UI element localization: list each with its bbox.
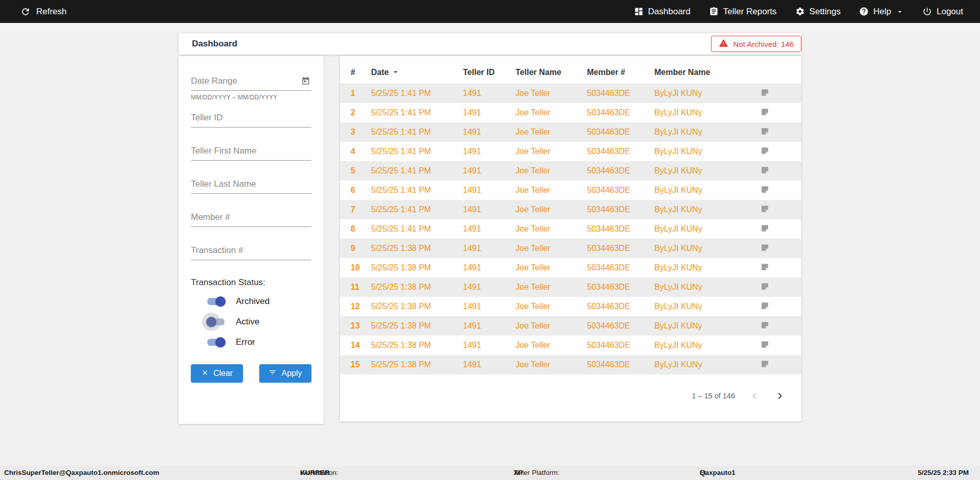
teller-first-name-input[interactable] bbox=[191, 141, 311, 161]
table-row[interactable]: 10 5/25/25 1:38 PM 1491 Joe Teller 50344… bbox=[340, 258, 801, 277]
note-icon bbox=[760, 262, 770, 273]
member-number-input[interactable] bbox=[191, 208, 311, 227]
filter-panel: MM/DD/YYYY – MM/DD/YYYY Transaction S bbox=[179, 56, 324, 424]
col-header-date[interactable]: Date bbox=[360, 61, 452, 84]
transactions-table-card: # Date Teller ID Teller Name bbox=[340, 56, 801, 421]
table-row[interactable]: 8 5/25/25 1:41 PM 1491 Joe Teller 503446… bbox=[340, 219, 801, 239]
teller-id-input[interactable] bbox=[191, 108, 311, 128]
note-icon-button[interactable] bbox=[760, 320, 770, 332]
archived-toggle-label: Archived bbox=[236, 296, 270, 307]
transaction-number-input[interactable] bbox=[191, 241, 311, 260]
sort-chevron-down-icon bbox=[391, 66, 400, 79]
note-icon-button[interactable] bbox=[760, 146, 770, 157]
archived-toggle[interactable] bbox=[206, 296, 226, 307]
cell-member-number: 5034463DE bbox=[576, 103, 644, 122]
table-row[interactable]: 14 5/25/25 1:38 PM 1491 Joe Teller 50344… bbox=[340, 336, 801, 355]
note-icon-button[interactable] bbox=[760, 359, 770, 370]
note-icon-button[interactable] bbox=[760, 301, 770, 312]
refresh-button[interactable]: Refresh bbox=[20, 7, 67, 17]
next-page-button[interactable] bbox=[774, 390, 786, 402]
cell-teller-name: Joe Teller bbox=[505, 336, 576, 355]
cell-row-number: 10 bbox=[340, 258, 360, 277]
nav-logout[interactable]: Logout bbox=[922, 7, 963, 17]
cell-member-name: ByLyJI KUNy bbox=[644, 84, 749, 103]
note-icon-button[interactable] bbox=[760, 127, 770, 138]
cell-date: 5/25/25 1:41 PM bbox=[360, 219, 452, 239]
clear-button[interactable]: Clear bbox=[191, 364, 243, 383]
cell-teller-id: 1491 bbox=[452, 200, 505, 219]
note-icon-button[interactable] bbox=[760, 223, 770, 235]
error-toggle[interactable] bbox=[206, 337, 226, 347]
note-icon-button[interactable] bbox=[760, 243, 770, 254]
cell-teller-id: 1491 bbox=[452, 297, 505, 316]
note-icon-button[interactable] bbox=[760, 262, 770, 273]
transaction-status-label: Transaction Status: bbox=[191, 277, 311, 288]
page-header-card: Dashboard Not Archived: 146 bbox=[179, 33, 801, 55]
note-icon-button[interactable] bbox=[760, 204, 770, 215]
cell-teller-name: Joe Teller bbox=[505, 142, 576, 161]
cell-member-name: ByLyJI KUNy bbox=[644, 336, 749, 355]
cell-member-number: 5034463DE bbox=[576, 277, 644, 297]
table-row[interactable]: 1 5/25/25 1:41 PM 1491 Joe Teller 503446… bbox=[340, 84, 801, 103]
previous-page-button[interactable] bbox=[748, 390, 761, 402]
toggle-row-archived: Archived bbox=[206, 295, 311, 308]
cell-member-number: 5034463DE bbox=[576, 239, 644, 258]
cell-teller-id: 1491 bbox=[452, 122, 505, 142]
status-bar: ChrisSuperTeller@Qaxpauto1.onmicrosoft.c… bbox=[0, 466, 980, 480]
table-row[interactable]: 3 5/25/25 1:41 PM 1491 Joe Teller 503446… bbox=[340, 122, 801, 142]
cell-teller-name: Joe Teller bbox=[505, 122, 576, 142]
note-icon-button[interactable] bbox=[760, 88, 770, 99]
table-row[interactable]: 7 5/25/25 1:41 PM 1491 Joe Teller 503446… bbox=[340, 200, 801, 219]
table-row[interactable]: 15 5/25/25 1:38 PM 1491 Joe Teller 50344… bbox=[340, 355, 801, 374]
note-icon-button[interactable] bbox=[760, 282, 770, 293]
note-icon bbox=[760, 340, 770, 351]
nav-teller-reports[interactable]: Teller Reports bbox=[709, 7, 777, 17]
page-background: Dashboard Not Archived: 146 MM/DD/YYYY –… bbox=[0, 23, 980, 466]
cell-teller-name: Joe Teller bbox=[505, 297, 576, 316]
close-icon bbox=[201, 369, 209, 378]
table-row[interactable]: 4 5/25/25 1:41 PM 1491 Joe Teller 503446… bbox=[340, 142, 801, 161]
not-archived-badge[interactable]: Not Archived: 146 bbox=[711, 36, 801, 52]
note-icon-button[interactable] bbox=[760, 107, 770, 118]
cell-member-name: ByLyJI KUNy bbox=[644, 142, 749, 161]
not-archived-badge-label: Not Archived: 146 bbox=[733, 40, 794, 48]
note-icon-button[interactable] bbox=[760, 165, 770, 176]
note-icon-button[interactable] bbox=[760, 340, 770, 351]
nav-dashboard[interactable]: Dashboard bbox=[634, 7, 691, 17]
apply-button[interactable]: Apply bbox=[259, 364, 311, 383]
nav-settings[interactable]: Settings bbox=[795, 7, 841, 17]
cell-member-number: 5034463DE bbox=[576, 122, 644, 142]
note-icon-button[interactable] bbox=[760, 185, 770, 196]
table-row[interactable]: 13 5/25/25 1:38 PM 1491 Joe Teller 50344… bbox=[340, 316, 801, 336]
date-range-input[interactable] bbox=[191, 71, 311, 91]
cell-member-name: ByLyJI KUNy bbox=[644, 122, 749, 142]
table-row[interactable]: 9 5/25/25 1:38 PM 1491 Joe Teller 503446… bbox=[340, 239, 801, 258]
table-row[interactable]: 12 5/25/25 1:38 PM 1491 Joe Teller 50344… bbox=[340, 297, 801, 316]
table-row[interactable]: 6 5/25/25 1:41 PM 1491 Joe Teller 503446… bbox=[340, 181, 801, 200]
active-toggle[interactable] bbox=[206, 317, 226, 327]
table-row[interactable]: 2 5/25/25 1:41 PM 1491 Joe Teller 503446… bbox=[340, 103, 801, 122]
cell-teller-id: 1491 bbox=[452, 336, 505, 355]
nav-help[interactable]: Help bbox=[859, 7, 904, 17]
cell-teller-name: Joe Teller bbox=[505, 84, 576, 103]
calendar-icon[interactable] bbox=[300, 75, 311, 88]
note-icon bbox=[760, 204, 770, 215]
col-header-teller-id: Teller ID bbox=[452, 61, 505, 84]
teller-last-name-input[interactable] bbox=[191, 174, 311, 194]
table-row[interactable]: 5 5/25/25 1:41 PM 1491 Joe Teller 503446… bbox=[340, 161, 801, 181]
cell-teller-name: Joe Teller bbox=[505, 161, 576, 181]
cell-date: 5/25/25 1:41 PM bbox=[360, 161, 452, 181]
note-icon bbox=[760, 185, 770, 196]
col-header-member-number: Member # bbox=[576, 61, 644, 84]
cell-member-number: 5034463DE bbox=[576, 142, 644, 161]
cell-member-name: ByLyJI KUNy bbox=[644, 200, 749, 219]
cell-date: 5/25/25 1:38 PM bbox=[360, 258, 452, 277]
cell-row-number: 2 bbox=[340, 103, 360, 122]
note-icon bbox=[760, 107, 770, 118]
page-title: Dashboard bbox=[192, 39, 237, 49]
cell-member-name: ByLyJI KUNy bbox=[644, 239, 749, 258]
table-row[interactable]: 11 5/25/25 1:38 PM 1491 Joe Teller 50344… bbox=[340, 277, 801, 297]
note-icon bbox=[760, 359, 770, 370]
toggle-row-active: Active bbox=[206, 315, 311, 329]
col-header-teller-name: Teller Name bbox=[505, 61, 576, 84]
